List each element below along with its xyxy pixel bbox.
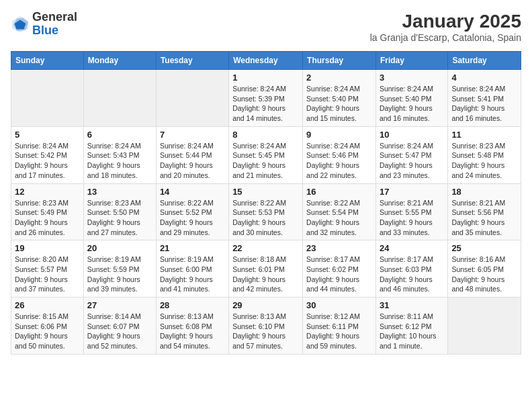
- day-info: Sunrise: 8:24 AM Sunset: 5:47 PM Dayligh…: [380, 141, 444, 181]
- calendar-cell: 22Sunrise: 8:18 AM Sunset: 6:01 PM Dayli…: [229, 240, 303, 298]
- calendar-week-row: 1Sunrise: 8:24 AM Sunset: 5:39 PM Daylig…: [11, 70, 521, 127]
- calendar-cell: 5Sunrise: 8:24 AM Sunset: 5:42 PM Daylig…: [11, 126, 84, 183]
- day-number: 8: [232, 130, 299, 140]
- calendar-cell: 28Sunrise: 8:13 AM Sunset: 6:08 PM Dayli…: [156, 298, 228, 355]
- day-number: 30: [306, 300, 372, 310]
- calendar-cell: [448, 298, 521, 355]
- page-title: January 2025: [370, 11, 521, 32]
- day-number: 22: [232, 243, 299, 253]
- day-number: 17: [380, 187, 444, 197]
- weekday-header: Sunday: [11, 52, 84, 70]
- calendar-cell: 23Sunrise: 8:17 AM Sunset: 6:02 PM Dayli…: [303, 240, 376, 298]
- weekday-row: SundayMondayTuesdayWednesdayThursdayFrid…: [11, 52, 521, 70]
- day-info: Sunrise: 8:11 AM Sunset: 6:12 PM Dayligh…: [380, 312, 444, 351]
- day-info: Sunrise: 8:23 AM Sunset: 5:49 PM Dayligh…: [15, 198, 80, 238]
- day-number: 16: [306, 187, 372, 197]
- day-info: Sunrise: 8:24 AM Sunset: 5:40 PM Dayligh…: [306, 84, 372, 124]
- day-info: Sunrise: 8:14 AM Sunset: 6:07 PM Dayligh…: [87, 312, 152, 351]
- calendar-cell: 1Sunrise: 8:24 AM Sunset: 5:39 PM Daylig…: [229, 70, 303, 127]
- day-number: 25: [451, 243, 517, 253]
- day-number: 6: [87, 130, 152, 140]
- day-info: Sunrise: 8:17 AM Sunset: 6:03 PM Dayligh…: [380, 255, 444, 294]
- day-number: 20: [87, 243, 152, 253]
- calendar-cell: [11, 70, 84, 127]
- day-number: 14: [160, 187, 225, 197]
- day-info: Sunrise: 8:22 AM Sunset: 5:52 PM Dayligh…: [160, 198, 225, 238]
- title-block: January 2025 la Granja d'Escarp, Catalon…: [370, 11, 521, 43]
- calendar-cell: 30Sunrise: 8:12 AM Sunset: 6:11 PM Dayli…: [303, 298, 376, 355]
- day-info: Sunrise: 8:24 AM Sunset: 5:45 PM Dayligh…: [232, 141, 299, 181]
- weekday-header: Saturday: [448, 52, 521, 70]
- calendar-cell: 29Sunrise: 8:13 AM Sunset: 6:10 PM Dayli…: [229, 298, 303, 355]
- calendar-cell: 7Sunrise: 8:24 AM Sunset: 5:44 PM Daylig…: [156, 126, 228, 183]
- day-number: 26: [15, 300, 80, 310]
- calendar-cell: 18Sunrise: 8:21 AM Sunset: 5:56 PM Dayli…: [448, 183, 521, 240]
- day-info: Sunrise: 8:15 AM Sunset: 6:06 PM Dayligh…: [15, 312, 80, 351]
- calendar-body: 1Sunrise: 8:24 AM Sunset: 5:39 PM Daylig…: [11, 70, 521, 355]
- calendar-cell: 12Sunrise: 8:23 AM Sunset: 5:49 PM Dayli…: [11, 183, 84, 240]
- day-info: Sunrise: 8:13 AM Sunset: 6:08 PM Dayligh…: [160, 312, 225, 351]
- weekday-header: Thursday: [303, 52, 376, 70]
- day-number: 19: [15, 243, 80, 253]
- day-number: 10: [380, 130, 444, 140]
- calendar-cell: 3Sunrise: 8:24 AM Sunset: 5:40 PM Daylig…: [375, 70, 447, 127]
- day-number: 31: [380, 300, 444, 310]
- calendar-cell: 15Sunrise: 8:22 AM Sunset: 5:53 PM Dayli…: [229, 183, 303, 240]
- day-number: 7: [160, 130, 225, 140]
- day-number: 4: [451, 73, 517, 83]
- day-info: Sunrise: 8:12 AM Sunset: 6:11 PM Dayligh…: [306, 312, 372, 351]
- weekday-header: Tuesday: [156, 52, 228, 70]
- calendar-cell: [156, 70, 228, 127]
- calendar-cell: 14Sunrise: 8:22 AM Sunset: 5:52 PM Dayli…: [156, 183, 228, 240]
- day-info: Sunrise: 8:21 AM Sunset: 5:55 PM Dayligh…: [380, 198, 444, 238]
- day-info: Sunrise: 8:24 AM Sunset: 5:41 PM Dayligh…: [451, 84, 517, 124]
- logo-text: General Blue: [32, 11, 77, 38]
- calendar-cell: 26Sunrise: 8:15 AM Sunset: 6:06 PM Dayli…: [11, 298, 84, 355]
- day-number: 18: [451, 187, 517, 197]
- calendar-cell: 21Sunrise: 8:19 AM Sunset: 6:00 PM Dayli…: [156, 240, 228, 298]
- day-info: Sunrise: 8:24 AM Sunset: 5:46 PM Dayligh…: [306, 141, 372, 181]
- day-info: Sunrise: 8:18 AM Sunset: 6:01 PM Dayligh…: [232, 255, 299, 294]
- day-info: Sunrise: 8:22 AM Sunset: 5:53 PM Dayligh…: [232, 198, 299, 238]
- day-info: Sunrise: 8:24 AM Sunset: 5:39 PM Dayligh…: [232, 84, 299, 124]
- logo: General Blue: [11, 11, 77, 38]
- logo-blue: Blue: [32, 24, 77, 38]
- day-number: 9: [306, 130, 372, 140]
- calendar-cell: 24Sunrise: 8:17 AM Sunset: 6:03 PM Dayli…: [375, 240, 447, 298]
- day-info: Sunrise: 8:22 AM Sunset: 5:54 PM Dayligh…: [306, 198, 372, 238]
- calendar-cell: 19Sunrise: 8:20 AM Sunset: 5:57 PM Dayli…: [11, 240, 84, 298]
- day-number: 27: [87, 300, 152, 310]
- day-info: Sunrise: 8:21 AM Sunset: 5:56 PM Dayligh…: [451, 198, 517, 238]
- calendar-cell: 31Sunrise: 8:11 AM Sunset: 6:12 PM Dayli…: [375, 298, 447, 355]
- calendar-table: SundayMondayTuesdayWednesdayThursdayFrid…: [11, 51, 521, 355]
- calendar-header: SundayMondayTuesdayWednesdayThursdayFrid…: [11, 52, 521, 70]
- page-subtitle: la Granja d'Escarp, Catalonia, Spain: [370, 32, 521, 43]
- calendar-cell: 11Sunrise: 8:23 AM Sunset: 5:48 PM Dayli…: [448, 126, 521, 183]
- day-info: Sunrise: 8:23 AM Sunset: 5:48 PM Dayligh…: [451, 141, 517, 181]
- calendar-cell: 9Sunrise: 8:24 AM Sunset: 5:46 PM Daylig…: [303, 126, 376, 183]
- calendar-cell: 27Sunrise: 8:14 AM Sunset: 6:07 PM Dayli…: [83, 298, 156, 355]
- weekday-header: Monday: [83, 52, 156, 70]
- calendar-cell: 17Sunrise: 8:21 AM Sunset: 5:55 PM Dayli…: [375, 183, 447, 240]
- calendar-week-row: 12Sunrise: 8:23 AM Sunset: 5:49 PM Dayli…: [11, 183, 521, 240]
- day-info: Sunrise: 8:24 AM Sunset: 5:40 PM Dayligh…: [380, 84, 444, 124]
- day-info: Sunrise: 8:16 AM Sunset: 6:05 PM Dayligh…: [451, 255, 517, 294]
- page-header: General Blue January 2025 la Granja d'Es…: [11, 11, 521, 43]
- day-number: 29: [232, 300, 299, 310]
- day-number: 2: [306, 73, 372, 83]
- day-number: 1: [232, 73, 299, 83]
- day-number: 24: [380, 243, 444, 253]
- day-info: Sunrise: 8:24 AM Sunset: 5:43 PM Dayligh…: [87, 141, 152, 181]
- day-number: 13: [87, 187, 152, 197]
- day-number: 23: [306, 243, 372, 253]
- day-number: 28: [160, 300, 225, 310]
- calendar-week-row: 26Sunrise: 8:15 AM Sunset: 6:06 PM Dayli…: [11, 298, 521, 355]
- day-number: 5: [15, 130, 80, 140]
- calendar-week-row: 5Sunrise: 8:24 AM Sunset: 5:42 PM Daylig…: [11, 126, 521, 183]
- calendar-cell: 13Sunrise: 8:23 AM Sunset: 5:50 PM Dayli…: [83, 183, 156, 240]
- day-number: 11: [451, 130, 517, 140]
- weekday-header: Wednesday: [229, 52, 303, 70]
- calendar-cell: 16Sunrise: 8:22 AM Sunset: 5:54 PM Dayli…: [303, 183, 376, 240]
- calendar-cell: 8Sunrise: 8:24 AM Sunset: 5:45 PM Daylig…: [229, 126, 303, 183]
- calendar-cell: 25Sunrise: 8:16 AM Sunset: 6:05 PM Dayli…: [448, 240, 521, 298]
